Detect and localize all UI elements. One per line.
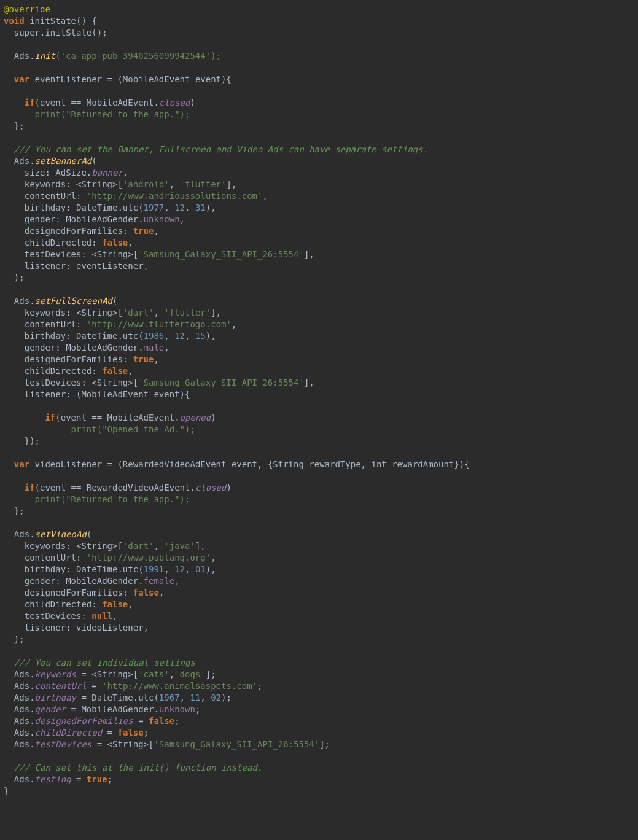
eq-str-open: = <String>[ bbox=[76, 669, 138, 679]
eq: = bbox=[133, 716, 149, 726]
close-bracket-semi: ]; bbox=[319, 739, 330, 749]
keywords-label: keywords: <String>[ bbox=[4, 179, 123, 189]
semi: ; bbox=[107, 774, 112, 784]
keywords-label: keywords: <String>[ bbox=[4, 541, 123, 551]
sep: , bbox=[185, 564, 195, 574]
closed: closed bbox=[159, 98, 190, 107]
if-closed-cond: (event == MobileAdEvent. bbox=[35, 98, 159, 107]
close-bracket-comma: ], bbox=[304, 249, 314, 259]
ads-testing: testing bbox=[35, 774, 71, 784]
ads-dot: Ads. bbox=[4, 704, 35, 714]
male: male bbox=[144, 343, 165, 352]
kw-void: void bbox=[4, 16, 25, 26]
ads-gender: gender bbox=[35, 704, 66, 714]
false4: false bbox=[102, 599, 128, 609]
dff-label: designedForFamilies: bbox=[4, 588, 133, 597]
gender-label: gender: MobileAdGender. bbox=[4, 343, 144, 352]
close-inline: }); bbox=[4, 436, 40, 446]
ads-dot: Ads. bbox=[4, 529, 35, 539]
cd-label: childDirected: bbox=[4, 238, 102, 247]
rparen: ) bbox=[211, 413, 216, 422]
close-bracket-comma: ], bbox=[304, 378, 314, 387]
contenturl-label: contentUrl: bbox=[4, 553, 87, 562]
close-brace-semi: }; bbox=[4, 121, 25, 131]
str-dart: 'dart' bbox=[123, 308, 154, 317]
m12: 12 bbox=[174, 203, 185, 212]
sep: , bbox=[164, 203, 174, 212]
close-bracket-comma: ], bbox=[195, 541, 206, 551]
ads-testdevices: testDevices bbox=[35, 739, 92, 749]
gender-label: gender: MobileAdGender. bbox=[4, 576, 144, 586]
kw-var: var bbox=[4, 74, 29, 84]
str-flutter2: 'flutter' bbox=[164, 308, 211, 317]
close-paren-comma: ), bbox=[206, 331, 216, 341]
eq: = bbox=[87, 681, 102, 691]
false: false bbox=[102, 238, 128, 247]
comment-banner: /// You can set the Banner, Fullscreen a… bbox=[4, 144, 428, 154]
print-opened: print("Opened the Ad."); bbox=[4, 424, 195, 434]
rparen: ) bbox=[226, 483, 231, 492]
cd-label: childDirected: bbox=[4, 366, 102, 376]
ads-dff: designedForFamilies bbox=[35, 716, 133, 726]
sep: , bbox=[185, 203, 195, 212]
super-init: super.initState(); bbox=[4, 28, 107, 37]
contenturl-label: contentUrl: bbox=[4, 191, 87, 201]
semi: ; bbox=[257, 681, 262, 691]
kw-if: if bbox=[4, 98, 35, 107]
contenturl-label: contentUrl: bbox=[4, 319, 87, 329]
sep: , bbox=[154, 541, 164, 551]
url1: 'http://www.andrioussolutions.com' bbox=[87, 191, 263, 201]
y1967: 1967 bbox=[159, 693, 180, 702]
true: true bbox=[133, 226, 154, 236]
kw-var2: var bbox=[4, 459, 29, 469]
null: null bbox=[91, 611, 112, 621]
url3: 'http://www.publang.org' bbox=[87, 553, 211, 562]
open-paren: ( bbox=[91, 156, 96, 166]
open-paren: ( bbox=[112, 296, 117, 306]
comma: , bbox=[164, 343, 169, 352]
d02: 02 bbox=[211, 693, 221, 702]
false2: false bbox=[102, 366, 128, 376]
y1977: 1977 bbox=[144, 203, 165, 212]
size-label: size: AdSize. bbox=[4, 168, 91, 177]
comma: , bbox=[112, 611, 117, 621]
comma: , bbox=[262, 191, 267, 201]
unknown2: unknown bbox=[159, 704, 195, 714]
close-bracket-comma: ], bbox=[226, 179, 236, 189]
comma: , bbox=[128, 366, 133, 376]
comma: , bbox=[211, 553, 216, 562]
fn-setvideoad: setVideoAd bbox=[35, 529, 87, 539]
str-flutter: 'flutter' bbox=[180, 179, 227, 189]
ads-dot: Ads. bbox=[4, 693, 35, 702]
annotation-override: @override bbox=[4, 4, 50, 14]
m12b: 12 bbox=[174, 331, 185, 341]
ads-dot: Ads. bbox=[4, 669, 35, 679]
dff-label: designedForFamilies: bbox=[4, 354, 133, 364]
comma: , bbox=[154, 354, 158, 364]
d15: 15 bbox=[195, 331, 206, 341]
banner: banner bbox=[91, 168, 123, 177]
ads-dot: Ads. bbox=[4, 296, 35, 306]
close-fn: } bbox=[4, 786, 9, 796]
ads-dot: Ads. bbox=[4, 774, 35, 784]
birthday-label: birthday: DateTime.utc( bbox=[4, 564, 144, 574]
close-paren-comma: ), bbox=[206, 564, 216, 574]
kw-if2: if bbox=[4, 413, 55, 422]
listener-inline: listener: (MobileAdEvent event){ bbox=[4, 389, 190, 399]
ads-dot: Ads. bbox=[4, 681, 35, 691]
print-returned: print("Returned to the app."); bbox=[4, 109, 190, 119]
fn-init: init bbox=[35, 51, 56, 61]
device1b: 'Samsung_Galaxy_SII_API_26:5554' bbox=[154, 739, 319, 749]
str-android: 'android' bbox=[123, 179, 169, 189]
ads-dot: Ads. bbox=[4, 156, 35, 166]
dff-label: designedForFamilies: bbox=[4, 226, 133, 236]
sep: , bbox=[164, 564, 174, 574]
sep: , bbox=[169, 179, 180, 189]
comma: , bbox=[231, 319, 236, 329]
comma: , bbox=[123, 168, 128, 177]
cd-label: childDirected: bbox=[4, 599, 102, 609]
str-cats: 'cats' bbox=[138, 669, 169, 679]
eq: = bbox=[102, 728, 117, 737]
comma: , bbox=[128, 238, 133, 247]
false5: false bbox=[149, 716, 174, 726]
